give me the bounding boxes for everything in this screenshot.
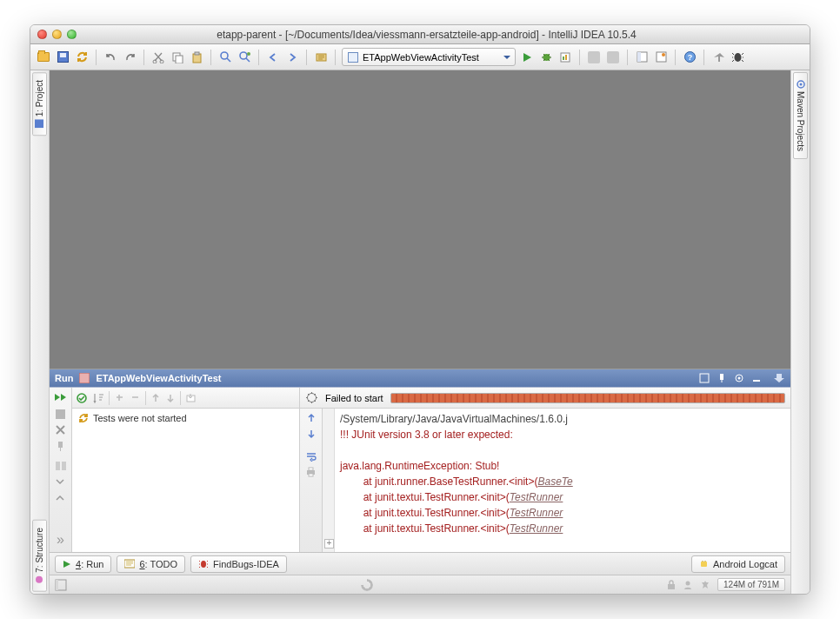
stop-icon[interactable]: [56, 409, 65, 419]
project-structure-icon[interactable]: [634, 50, 650, 65]
console-output[interactable]: /System/Library/Java/JavaVirtualMachines…: [335, 409, 790, 552]
svg-point-17: [662, 53, 665, 57]
settings-icon[interactable]: [653, 50, 669, 65]
console-fold-gutter[interactable]: [323, 409, 335, 552]
run-tab-button[interactable]: 4: Run: [55, 555, 111, 573]
filter-passed-icon[interactable]: [76, 392, 88, 404]
svg-point-6: [221, 52, 228, 59]
run-toolwindow-header[interactable]: Run ETAppWebViewActivityTest: [50, 369, 790, 387]
svg-point-27: [738, 377, 741, 380]
hide-windows-icon[interactable]: [55, 579, 67, 591]
svg-rect-15: [637, 52, 641, 62]
editor-empty-area: [50, 70, 790, 369]
redo-icon[interactable]: [122, 50, 137, 65]
window-title: etapp-parent - [~/Documents/Idea/viessma…: [50, 29, 803, 41]
memory-indicator[interactable]: 124M of 791M: [717, 578, 785, 591]
svg-rect-12: [563, 57, 564, 60]
android-logcat-tab-button[interactable]: Android Logcat: [691, 555, 785, 573]
lock-icon[interactable]: [667, 580, 676, 590]
background-tasks-spinner[interactable]: [361, 579, 373, 591]
forward-icon[interactable]: [284, 50, 300, 65]
layout-icon[interactable]: [55, 461, 67, 471]
project-tool-tab[interactable]: 1: Project: [32, 72, 47, 136]
next-fail-icon[interactable]: [165, 393, 176, 403]
bottom-toolwindow-bar: 4: Run 6: TODO FindBugs-IDEA Android Log…: [50, 552, 790, 575]
collapse-all-icon[interactable]: [55, 493, 66, 504]
test-tree-pane: Tests were not started: [72, 388, 300, 552]
export-icon[interactable]: [185, 392, 197, 403]
run-configuration-combo[interactable]: ETAppWebViewActivityTest: [342, 48, 516, 66]
help-icon[interactable]: ?: [682, 50, 697, 65]
paste-icon[interactable]: [189, 50, 204, 65]
tree-message: Tests were not started: [93, 413, 187, 423]
junit-icon: [348, 52, 358, 63]
undo-icon[interactable]: [103, 50, 118, 65]
run-header-label: Run: [55, 373, 73, 383]
ide-body: 1: Project 7: Structure Run ETAppWebView…: [30, 70, 810, 594]
back-icon[interactable]: [265, 50, 281, 65]
gear-icon[interactable]: [733, 372, 745, 384]
left-gutter: 1: Project 7: Structure: [30, 70, 50, 594]
test-tree-root[interactable]: Tests were not started: [77, 412, 294, 424]
find-icon[interactable]: [217, 50, 233, 65]
sort-icon[interactable]: [92, 392, 104, 404]
rerun-icon[interactable]: [54, 392, 67, 404]
replace-icon[interactable]: [237, 50, 252, 65]
svg-rect-35: [309, 468, 313, 470]
structure-tool-tab[interactable]: 7: Structure: [32, 520, 47, 592]
todo-tab-button[interactable]: 6: TODO: [117, 555, 185, 573]
expand-all-icon[interactable]: [55, 476, 66, 488]
pin-run-icon[interactable]: [55, 441, 66, 452]
pin-icon[interactable]: [716, 372, 728, 384]
soft-wrap-icon[interactable]: [305, 451, 317, 462]
svg-text:?: ?: [687, 53, 692, 62]
tree-collapse-icon[interactable]: [130, 392, 141, 403]
close-run-icon[interactable]: [55, 424, 66, 436]
scroll-down-icon[interactable]: [306, 429, 317, 439]
svg-rect-36: [309, 474, 313, 476]
svg-rect-28: [58, 442, 63, 448]
close-icon[interactable]: [37, 30, 47, 39]
tool2-icon[interactable]: [605, 50, 621, 65]
svg-point-43: [686, 581, 690, 585]
findbugs-tab-button[interactable]: FindBugs-IDEA: [190, 555, 287, 573]
run-icon[interactable]: [519, 50, 535, 65]
minimize-toolwindow-icon[interactable]: [750, 372, 763, 384]
debug-icon[interactable]: [538, 50, 554, 65]
test-tree-toolbar: [72, 388, 299, 409]
restore-layout-icon[interactable]: [698, 372, 710, 384]
sync-icon[interactable]: [74, 50, 90, 65]
settings-gear-icon[interactable]: [305, 391, 318, 404]
prev-fail-icon[interactable]: [150, 393, 161, 403]
console-pane: Failed to start /System/Library/Java/Jav…: [300, 388, 790, 552]
tree-expand-icon[interactable]: [114, 392, 125, 403]
hide-toolwindows-icon[interactable]: [710, 50, 726, 65]
save-icon[interactable]: [55, 50, 70, 65]
tool1-icon[interactable]: [586, 50, 602, 65]
svg-rect-30: [62, 462, 66, 470]
hector-icon[interactable]: [683, 580, 693, 590]
svg-rect-41: [56, 580, 58, 590]
print-icon[interactable]: [305, 467, 317, 477]
notifications-icon[interactable]: [700, 580, 710, 590]
cut-icon[interactable]: [150, 50, 166, 65]
right-gutter: Maven Projects: [790, 70, 810, 594]
open-icon[interactable]: [36, 50, 51, 65]
findbugs-icon[interactable]: [730, 50, 745, 65]
maven-tool-tab[interactable]: Maven Projects: [793, 72, 808, 159]
more-icon[interactable]: »: [57, 532, 64, 548]
run-tab-name: ETAppWebViewActivityTest: [96, 373, 221, 383]
svg-rect-3: [176, 56, 183, 63]
test-tree[interactable]: Tests were not started: [72, 409, 299, 552]
copy-icon[interactable]: [170, 50, 185, 65]
hide-toolwindow-icon[interactable]: [773, 372, 785, 384]
svg-rect-13: [565, 55, 567, 60]
make-icon[interactable]: [313, 50, 329, 65]
run-toolwindow-body: »: [50, 387, 790, 552]
test-status-text: Failed to start: [325, 393, 383, 403]
scroll-up-icon[interactable]: [306, 413, 317, 423]
coverage-icon[interactable]: [557, 50, 573, 65]
svg-point-7: [240, 52, 247, 59]
main-toolbar: ETAppWebViewActivityTest ?: [30, 44, 810, 70]
run-config-name: ETAppWebViewActivityTest: [363, 52, 479, 63]
